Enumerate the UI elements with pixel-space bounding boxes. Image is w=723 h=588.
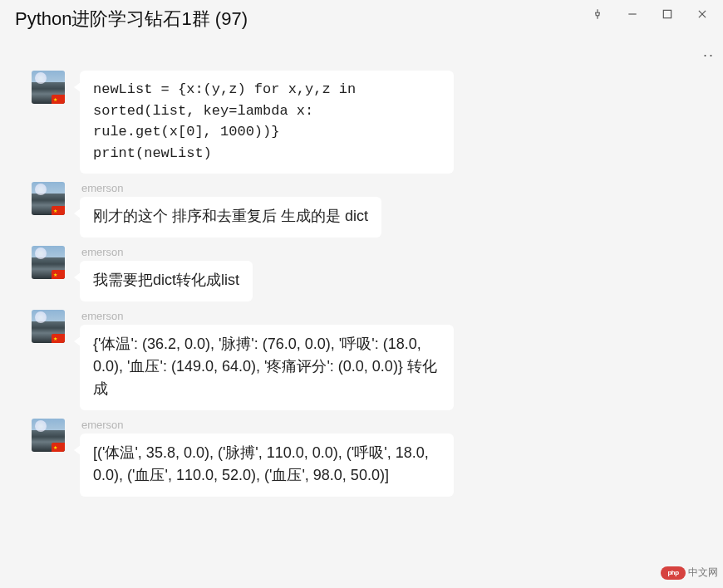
chat-title: Python进阶学习钻石1群 (97) [15,7,248,32]
message-bubble: {'体温': (36.2, 0.0), '脉搏': (76.0, 0.0), '… [80,325,454,410]
avatar[interactable]: ★ [32,310,65,343]
more-icon[interactable]: .. [703,43,715,61]
sender-name: emerson [81,246,253,258]
message-item: ★ emerson {'体温': (36.2, 0.0), '脉搏': (76.… [32,310,708,410]
pin-icon[interactable] [592,8,603,20]
watermark-pill: php [661,566,686,580]
avatar[interactable]: ★ [32,419,65,452]
message-item: ★ emerson 我需要把dict转化成list [32,246,708,301]
message-bubble: [('体温', 35.8, 0.0), ('脉搏', 110.0, 0.0), … [80,434,454,497]
svg-rect-1 [663,10,671,17]
message-item: ★ newList = {x:(y,z) for x,y,z in sorted… [32,71,708,174]
message-item: ★ emerson 刚才的这个 排序和去重复后 生成的是 dict [32,182,708,238]
maximize-icon[interactable] [662,8,673,20]
sender-name: emerson [81,310,454,322]
chat-header: Python进阶学习钻石1群 (97) [0,0,723,71]
message-item: ★ emerson [('体温', 35.8, 0.0), ('脉搏', 110… [32,419,708,497]
close-icon[interactable] [696,8,708,20]
watermark-text: 中文网 [688,566,718,580]
watermark: php 中文网 [661,566,718,580]
message-bubble: 刚才的这个 排序和去重复后 生成的是 dict [80,197,381,238]
window-controls [592,7,708,20]
message-bubble: 我需要把dict转化成list [80,261,253,301]
avatar[interactable]: ★ [32,71,65,104]
minimize-icon[interactable] [627,8,638,20]
sender-name: emerson [81,419,454,431]
message-bubble: newList = {x:(y,z) for x,y,z in sorted(l… [80,71,454,174]
avatar[interactable]: ★ [32,182,65,215]
sender-name: emerson [81,182,381,194]
avatar[interactable]: ★ [32,246,65,279]
message-list: ★ newList = {x:(y,z) for x,y,z in sorted… [0,71,723,497]
